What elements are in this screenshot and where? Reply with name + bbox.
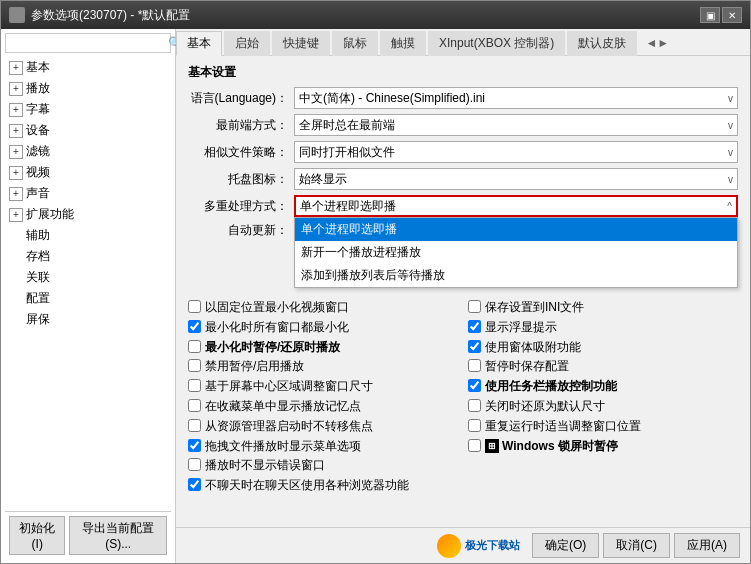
expand-icon-basic: +	[9, 61, 23, 75]
sidebar-item-playback[interactable]: + 播放	[5, 78, 171, 99]
dropdown-option-2[interactable]: 添加到播放列表后等待播放	[295, 264, 737, 287]
tab-skin[interactable]: 默认皮肤	[567, 31, 637, 56]
cb-save-ini-input[interactable]	[468, 300, 481, 313]
checkboxes-grid: 以固定位置最小化视频窗口 保存设置到INI文件 最小化时所有窗口都最小化 显示浮…	[188, 299, 738, 494]
cb-readjust-input[interactable]	[468, 419, 481, 432]
tab-mouse[interactable]: 鼠标	[332, 31, 378, 56]
cb-readjust-label: 重复运行时适当调整窗口位置	[485, 418, 641, 435]
cb-use-snap-input[interactable]	[468, 340, 481, 353]
dropdown-option-0[interactable]: 单个进程即选即播	[295, 218, 737, 241]
ok-button[interactable]: 确定(O)	[532, 533, 599, 558]
cb-close-restore: 关闭时还原为默认尺寸	[468, 398, 738, 415]
tray-icon-dropdown[interactable]: 始终显示 v	[294, 168, 738, 190]
dropdown-option-1[interactable]: 新开一个播放进程播放	[295, 241, 737, 264]
search-input[interactable]	[6, 34, 164, 52]
cb-disable-pause-input[interactable]	[188, 359, 201, 372]
sidebar-item-assist[interactable]: 辅助	[5, 225, 171, 246]
front-mode-dropdown[interactable]: 全屏时总在最前端 v	[294, 114, 738, 136]
logo-image	[437, 534, 461, 558]
cb-readjust: 重复运行时适当调整窗口位置	[468, 418, 738, 435]
cb-no-move-input[interactable]	[188, 419, 201, 432]
cb-fix-pos-input[interactable]	[188, 300, 201, 313]
front-mode-dropdown-arrow: v	[728, 120, 733, 131]
multiprocess-dropdown[interactable]: 单个进程即选即播 ^	[294, 195, 738, 217]
sidebar-item-video[interactable]: + 视频	[5, 162, 171, 183]
cb-min-all-input[interactable]	[188, 320, 201, 333]
init-button[interactable]: 初始化(I)	[9, 516, 65, 555]
cb-min-pause-label: 最小化时暂停/还原时播放	[205, 339, 340, 356]
front-mode-value: 全屏时总在最前端	[299, 117, 395, 134]
window-title: 参数选项(230707) - *默认配置	[31, 7, 190, 24]
sidebar-item-subtitle[interactable]: + 字幕	[5, 99, 171, 120]
cb-save-pause-input[interactable]	[468, 359, 481, 372]
close-button[interactable]: ✕	[722, 7, 742, 23]
logo-text: 极光下载站	[465, 538, 520, 553]
right-panel: 基本 启始 快捷键 鼠标 触摸 XInput(XBOX 控制器) 默认皮肤 ◄►…	[176, 29, 750, 563]
title-bar-left: 参数选项(230707) - *默认配置	[9, 7, 190, 24]
cb-disable-pause: 禁用暂停/启用播放	[188, 358, 458, 375]
cb-browser-func-label: 不聊天时在聊天区使用各种浏览器功能	[205, 477, 409, 494]
sidebar-item-extension[interactable]: + 扩展功能	[5, 204, 171, 225]
language-dropdown[interactable]: 中文(简体) - Chinese(Simplified).ini v	[294, 87, 738, 109]
sidebar-item-relate[interactable]: 关联	[5, 267, 171, 288]
apply-button[interactable]: 应用(A)	[674, 533, 740, 558]
expand-icon-extension: +	[9, 208, 23, 222]
cb-close-restore-input[interactable]	[468, 399, 481, 412]
expand-icon-video: +	[9, 166, 23, 180]
tab-scroll-right[interactable]: ◄►	[639, 33, 675, 53]
cb-no-error: 播放时不显示错误窗口	[188, 457, 458, 474]
sidebar: 🔍 + 基本 + 播放 + 字幕 + 设备	[1, 29, 176, 563]
cb-show-tips-input[interactable]	[468, 320, 481, 333]
cb-min-pause: 最小化时暂停/还原时播放	[188, 339, 458, 356]
cb-win-lock: ⊞ Windows 锁屏时暂停	[468, 438, 738, 455]
cb-browser-func-input[interactable]	[188, 478, 201, 491]
similar-file-dropdown[interactable]: 同时打开相似文件 v	[294, 141, 738, 163]
cb-use-taskbar-label: 使用任务栏播放控制功能	[485, 378, 617, 395]
multiprocess-dropdown-arrow: ^	[727, 201, 732, 212]
cb-fix-pos-label: 以固定位置最小化视频窗口	[205, 299, 349, 316]
front-mode-control: 全屏时总在最前端 v	[294, 114, 738, 136]
similar-file-dropdown-arrow: v	[728, 147, 733, 158]
cb-min-all: 最小化时所有窗口都最小化	[188, 319, 458, 336]
cancel-button[interactable]: 取消(C)	[603, 533, 670, 558]
multiprocess-dropdown-list: 单个进程即选即播 新开一个播放进程播放 添加到播放列表后等待播放	[294, 217, 738, 288]
sidebar-item-audio[interactable]: + 声音	[5, 183, 171, 204]
sidebar-item-screensaver[interactable]: 屏保	[5, 309, 171, 330]
sidebar-bottom-buttons: 初始化(I) 导出当前配置(S)...	[5, 511, 171, 559]
content-area: 🔍 + 基本 + 播放 + 字幕 + 设备	[1, 29, 750, 563]
multiprocess-label: 多重处理方式：	[188, 198, 288, 215]
cb-no-move-label: 从资源管理器启动时不转移焦点	[205, 418, 373, 435]
sidebar-item-filter[interactable]: + 滤镜	[5, 141, 171, 162]
cb-show-pos-input[interactable]	[188, 399, 201, 412]
cb-close-restore-label: 关闭时还原为默认尺寸	[485, 398, 605, 415]
cb-min-pause-input[interactable]	[188, 340, 201, 353]
cb-no-move: 从资源管理器启动时不转移焦点	[188, 418, 458, 435]
similar-file-label: 相似文件策略：	[188, 144, 288, 161]
expand-icon-device: +	[9, 124, 23, 138]
front-mode-label: 最前端方式：	[188, 117, 288, 134]
tab-start[interactable]: 启始	[224, 31, 270, 56]
sidebar-item-basic[interactable]: + 基本	[5, 57, 171, 78]
sidebar-item-device[interactable]: + 设备	[5, 120, 171, 141]
sidebar-item-save[interactable]: 存档	[5, 246, 171, 267]
tab-basic[interactable]: 基本	[176, 31, 222, 56]
sidebar-item-config[interactable]: 配置	[5, 288, 171, 309]
section-title: 基本设置	[188, 64, 738, 81]
cb-use-taskbar-input[interactable]	[468, 379, 481, 392]
tab-touch[interactable]: 触摸	[380, 31, 426, 56]
cb-drag-show-input[interactable]	[188, 439, 201, 452]
tab-shortcuts[interactable]: 快捷键	[272, 31, 330, 56]
export-button[interactable]: 导出当前配置(S)...	[69, 516, 167, 555]
tab-xinput[interactable]: XInput(XBOX 控制器)	[428, 31, 565, 56]
sidebar-search-box[interactable]: 🔍	[5, 33, 171, 53]
tray-icon-label: 托盘图标：	[188, 171, 288, 188]
cb-browser-func: 不聊天时在聊天区使用各种浏览器功能	[188, 477, 458, 494]
cb-win-lock-input[interactable]	[468, 439, 481, 452]
cb-no-error-input[interactable]	[188, 458, 201, 471]
cb-no-error-label: 播放时不显示错误窗口	[205, 457, 325, 474]
similar-file-value: 同时打开相似文件	[299, 144, 395, 161]
multiprocess-row: 多重处理方式： 单个进程即选即播 ^ 单个进程即选即播 新开一个播放进程播放 添…	[188, 195, 738, 217]
cb-center-resize-input[interactable]	[188, 379, 201, 392]
pin-button[interactable]: ▣	[700, 7, 720, 23]
cb-use-snap: 使用窗体吸附功能	[468, 339, 738, 356]
